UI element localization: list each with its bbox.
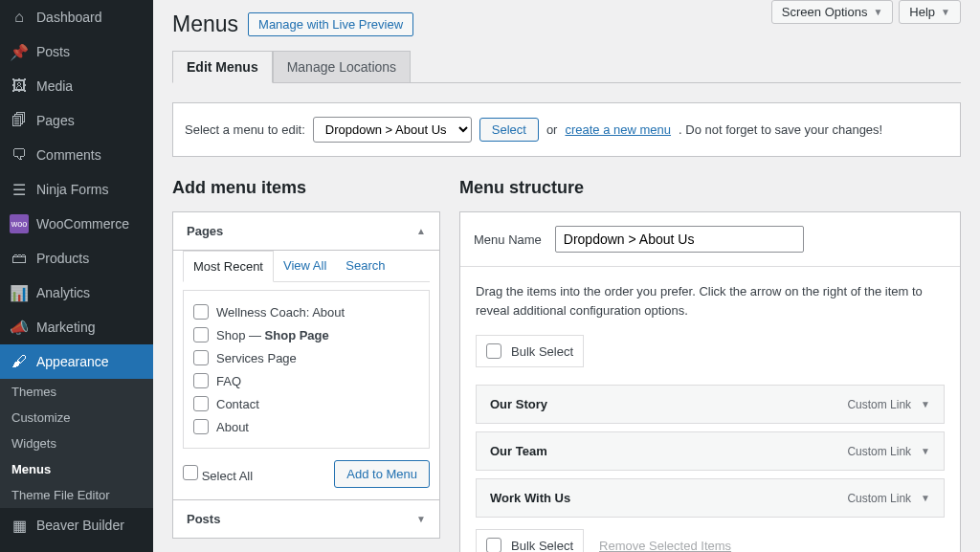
sidebar-item-comments[interactable]: 🗨Comments	[0, 138, 153, 172]
chevron-down-icon: ▼	[921, 399, 930, 409]
checkbox[interactable]	[193, 396, 209, 411]
sidebar-item-marketing[interactable]: 📣Marketing	[0, 310, 153, 344]
submenu-menus[interactable]: Menus	[0, 456, 153, 482]
live-preview-button[interactable]: Manage with Live Preview	[248, 12, 413, 36]
drag-instructions: Drag the items into the order you prefer…	[476, 282, 945, 320]
page-checkbox-row[interactable]: FAQ	[193, 369, 419, 392]
menu-item-title: Our Team	[490, 444, 547, 458]
accordion-posts-header[interactable]: Posts ▼	[173, 500, 439, 538]
pages-subtabs: Most Recent View All Search	[183, 251, 430, 282]
sidebar-item-dashboard[interactable]: ⌂Dashboard	[0, 0, 153, 34]
menu-item[interactable]: Our Story Custom Link▼	[476, 385, 945, 424]
brush-icon: 🖌	[10, 352, 29, 371]
accordion-posts: Posts ▼	[172, 499, 440, 539]
bulk-select-bottom[interactable]: Bulk Select	[476, 529, 584, 552]
page-checkbox-row[interactable]: Wellness Coach: About	[193, 300, 419, 323]
sidebar-item-pages[interactable]: 🗐Pages	[0, 103, 153, 138]
chevron-up-icon: ▲	[416, 226, 426, 236]
sidebar-item-products[interactable]: 🗃Products	[0, 241, 153, 276]
chevron-down-icon: ▼	[921, 446, 930, 456]
or-text: or	[546, 122, 558, 137]
subtab-recent[interactable]: Most Recent	[183, 251, 274, 282]
add-items-heading: Add menu items	[172, 178, 440, 198]
accordion-pages-header[interactable]: Pages ▲	[173, 212, 439, 251]
menu-item-type: Custom Link▼	[847, 398, 930, 411]
menu-name-input[interactable]	[555, 226, 804, 253]
sidebar-label: Beaver Builder	[36, 518, 124, 533]
top-buttons: Screen Options▼ Help▼	[771, 0, 961, 24]
checkbox[interactable]	[193, 373, 209, 388]
nav-tabs: Edit Menus Manage Locations	[172, 51, 961, 83]
page-checkbox-row[interactable]: Contact	[193, 392, 419, 415]
structure-panel: Menu Name Drag the items into the order …	[459, 211, 961, 552]
tab-manage-locations[interactable]: Manage Locations	[273, 51, 411, 82]
page-checkbox-row[interactable]: Shop — Shop Page	[193, 323, 419, 346]
menu-item-type: Custom Link▼	[847, 445, 930, 458]
submenu-themes[interactable]: Themes	[0, 379, 153, 405]
select-label: Select a menu to edit:	[185, 122, 305, 137]
sidebar-item-beaverbuilder[interactable]: ▦Beaver Builder	[0, 508, 153, 542]
sidebar-label: Media	[36, 78, 73, 94]
admin-sidebar: ⌂Dashboard 📌Posts 🖼Media 🗐Pages 🗨Comment…	[0, 0, 153, 552]
menu-item-title: Work With Us	[490, 491, 570, 505]
save-notice: . Do not forget to save your changes!	[679, 122, 882, 137]
checkbox[interactable]	[193, 419, 209, 434]
dashboard-icon: ⌂	[10, 8, 29, 27]
select-all-row[interactable]: Select All	[183, 465, 253, 483]
remove-selected-link[interactable]: Remove Selected Items	[599, 539, 731, 553]
sidebar-label: Posts	[36, 44, 70, 59]
sidebar-item-posts[interactable]: 📌Posts	[0, 34, 153, 69]
submenu-theme-file-editor[interactable]: Theme File Editor	[0, 482, 153, 508]
sidebar-label: Ninja Forms	[36, 182, 108, 197]
select-button[interactable]: Select	[479, 118, 539, 142]
sidebar-label: Pages	[36, 113, 75, 128]
pages-checklist: Wellness Coach: About Shop — Shop Page S…	[183, 290, 430, 449]
sidebar-label: WooCommerce	[36, 216, 129, 232]
megaphone-icon: 📣	[10, 318, 29, 337]
submenu-widgets[interactable]: Widgets	[0, 431, 153, 456]
menu-name-label: Menu Name	[474, 232, 542, 247]
media-icon: 🖼	[10, 77, 29, 96]
menu-item[interactable]: Work With Us Custom Link▼	[476, 478, 945, 518]
subtab-viewall[interactable]: View All	[274, 251, 336, 281]
page-icon: 🗐	[10, 111, 29, 130]
products-icon: 🗃	[10, 249, 29, 268]
help-button[interactable]: Help▼	[899, 0, 961, 24]
sidebar-item-appearance[interactable]: 🖌Appearance	[0, 344, 153, 379]
accordion-pages: Pages ▲ Most Recent View All Search Well…	[172, 211, 440, 500]
bulk-select-top[interactable]: Bulk Select	[476, 335, 584, 367]
subtab-search[interactable]: Search	[336, 251, 394, 281]
page-checkbox-row[interactable]: About	[193, 415, 419, 438]
checkbox[interactable]	[183, 465, 198, 480]
page-checkbox-row[interactable]: Services Page	[193, 346, 419, 369]
checkbox[interactable]	[193, 350, 209, 365]
sidebar-item-woocommerce[interactable]: wooWooCommerce	[0, 207, 153, 241]
checkbox[interactable]	[193, 304, 209, 320]
comment-icon: 🗨	[10, 145, 29, 165]
checkbox[interactable]	[486, 538, 501, 552]
sidebar-item-analytics[interactable]: 📊Analytics	[0, 276, 153, 310]
menu-select[interactable]: Dropdown > About Us	[313, 117, 472, 143]
woo-icon: woo	[10, 214, 29, 233]
chevron-down-icon: ▼	[416, 514, 426, 524]
sidebar-label: Marketing	[36, 320, 95, 335]
checkbox[interactable]	[486, 343, 501, 359]
sidebar-item-media[interactable]: 🖼Media	[0, 69, 153, 103]
add-to-menu-button[interactable]: Add to Menu	[334, 460, 430, 488]
sidebar-label: Products	[36, 251, 89, 266]
sidebar-item-ninjaforms[interactable]: ☰Ninja Forms	[0, 172, 153, 207]
tab-edit-menus[interactable]: Edit Menus	[172, 51, 273, 83]
page-title: Menus	[172, 11, 238, 37]
screen-options-button[interactable]: Screen Options▼	[771, 0, 894, 24]
chevron-down-icon: ▼	[921, 493, 930, 503]
create-menu-link[interactable]: create a new menu	[565, 122, 671, 137]
menu-item[interactable]: Our Team Custom Link▼	[476, 431, 945, 471]
analytics-icon: 📊	[10, 283, 29, 302]
chevron-down-icon: ▼	[873, 7, 882, 17]
checkbox[interactable]	[193, 327, 209, 342]
grid-icon: ▦	[10, 516, 29, 535]
menu-item-title: Our Story	[490, 397, 547, 411]
structure-heading: Menu structure	[459, 178, 961, 198]
chevron-down-icon: ▼	[941, 7, 950, 17]
submenu-customize[interactable]: Customize	[0, 405, 153, 431]
